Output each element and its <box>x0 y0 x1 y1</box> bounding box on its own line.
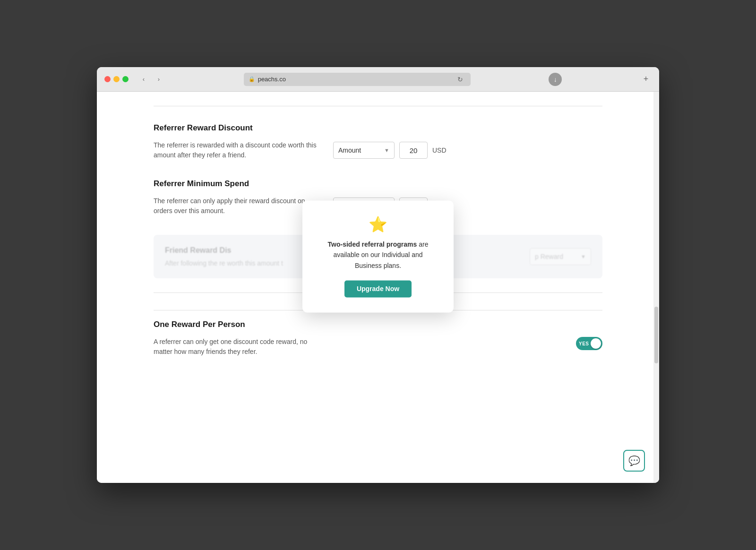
referrer-reward-discount-title: Referrer Reward Discount <box>154 123 602 133</box>
scrollbar[interactable] <box>653 92 659 483</box>
url-bar[interactable]: 🔒 peachs.co ↻ <box>244 73 471 86</box>
dropdown-value: Amount <box>338 146 361 154</box>
one-reward-per-person-section: One Reward Per Person A referrer can onl… <box>154 310 602 357</box>
friend-reward-left: Friend Reward Dis After following the re… <box>165 246 283 267</box>
referrer-reward-discount-description: The referrer is rewarded with a discount… <box>154 140 324 160</box>
chat-icon: 💬 <box>628 455 640 466</box>
maximize-button[interactable] <box>122 76 129 82</box>
one-reward-row: A referrer can only get one discount cod… <box>154 337 602 357</box>
browser-window: ‹ › 🔒 peachs.co ↻ ↓ + Referrer Reward Di… <box>97 67 659 483</box>
lock-icon: 🔒 <box>249 76 255 82</box>
referrer-reward-discount-controls: Amount ▼ USD <box>333 142 447 159</box>
upgrade-popup: ⭐ Two-sided referral programs are availa… <box>302 200 454 312</box>
toggle-yes-label: YES <box>579 341 589 346</box>
upgrade-text: Two-sided referral programs are availabl… <box>319 239 437 271</box>
dropdown-arrow-icon: ▼ <box>384 147 389 153</box>
minimize-button[interactable] <box>113 76 120 82</box>
one-reward-description: A referrer can only get one discount cod… <box>154 337 324 357</box>
back-button[interactable]: ‹ <box>137 74 150 85</box>
one-reward-toggle[interactable]: YES <box>576 337 602 350</box>
traffic-lights <box>104 76 129 82</box>
close-button[interactable] <box>104 76 111 82</box>
page-content: Referrer Reward Discount The referrer is… <box>97 92 659 483</box>
one-reward-title: One Reward Per Person <box>154 320 602 329</box>
one-reward-left: A referrer can only get one discount cod… <box>154 337 576 357</box>
friend-reward-description: After following the re worth this amount… <box>165 259 283 267</box>
referrer-reward-discount-dropdown[interactable]: Amount ▼ <box>333 142 395 159</box>
url-text: peachs.co <box>258 76 286 83</box>
referrer-reward-currency: USD <box>432 146 447 154</box>
top-divider <box>154 106 602 106</box>
friend-reward-title: Friend Reward Dis <box>165 246 283 255</box>
friend-reward-dropdown-value: p Reward <box>535 253 563 260</box>
reload-button[interactable]: ↻ <box>455 74 466 85</box>
nav-buttons: ‹ › <box>137 74 165 85</box>
referrer-minimum-spend-title: Referrer Minimum Spend <box>154 179 602 189</box>
friend-reward-dropdown-arrow: ▼ <box>581 254 586 259</box>
upgrade-text-bold: Two-sided referral programs <box>328 241 417 248</box>
star-icon: ⭐ <box>319 215 437 233</box>
toggle-thumb <box>591 338 601 349</box>
referrer-reward-discount-section: Referrer Reward Discount The referrer is… <box>154 123 602 160</box>
one-reward-toggle-container: YES <box>576 337 602 350</box>
upgrade-now-button[interactable]: Upgrade Now <box>344 281 412 298</box>
browser-chrome: ‹ › 🔒 peachs.co ↻ ↓ + <box>97 67 659 92</box>
friend-reward-dropdown: p Reward ▼ <box>530 248 591 265</box>
referrer-reward-discount-row: The referrer is rewarded with a discount… <box>154 140 602 160</box>
referrer-reward-amount-input[interactable] <box>399 142 428 159</box>
referrer-minimum-spend-description: The referrer can only apply their reward… <box>154 196 324 216</box>
new-tab-button[interactable]: + <box>640 74 652 85</box>
download-button[interactable]: ↓ <box>549 73 562 86</box>
forward-button[interactable]: › <box>152 74 165 85</box>
scrollbar-thumb[interactable] <box>654 307 658 363</box>
chat-button[interactable]: 💬 <box>623 450 645 472</box>
toggle-track: YES <box>576 337 602 350</box>
friend-reward-section: Friend Reward Dis After following the re… <box>154 235 602 278</box>
